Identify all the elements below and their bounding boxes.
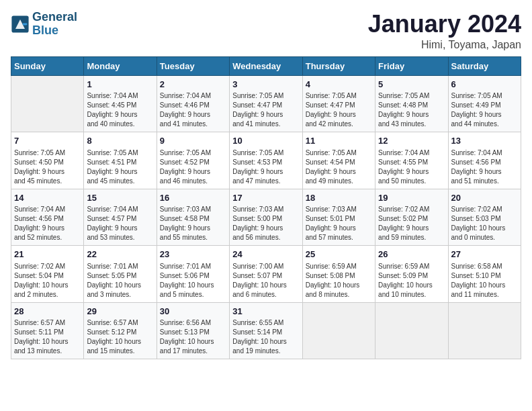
calendar-week-2: 14Sunrise: 7:04 AM Sunset: 4:56 PM Dayli… <box>11 189 521 246</box>
day-number: 22 <box>87 248 153 261</box>
calendar-header-row: SundayMondayTuesdayWednesdayThursdayFrid… <box>11 56 521 75</box>
day-number: 9 <box>160 135 226 147</box>
day-number: 17 <box>232 192 299 204</box>
day-number: 6 <box>451 79 518 91</box>
day-info: Sunrise: 7:04 AM Sunset: 4:56 PM Dayligh… <box>14 205 81 242</box>
day-number: 11 <box>306 135 372 147</box>
day-info: Sunrise: 7:05 AM Sunset: 4:47 PM Dayligh… <box>306 91 372 129</box>
day-number: 31 <box>232 306 299 318</box>
day-info: Sunrise: 7:05 AM Sunset: 4:50 PM Dayligh… <box>14 148 81 186</box>
day-info: Sunrise: 6:59 AM Sunset: 5:09 PM Dayligh… <box>378 262 445 300</box>
calendar-cell: 8Sunrise: 7:05 AM Sunset: 4:51 PM Daylig… <box>84 132 157 189</box>
calendar-week-1: 7Sunrise: 7:05 AM Sunset: 4:50 PM Daylig… <box>11 132 521 189</box>
calendar-cell <box>448 302 521 359</box>
calendar-cell: 21Sunrise: 7:02 AM Sunset: 5:04 PM Dayli… <box>11 246 84 303</box>
logo-text: General Blue <box>32 11 77 38</box>
day-number: 4 <box>306 79 372 91</box>
calendar-table: SundayMondayTuesdayWednesdayThursdayFrid… <box>11 56 521 360</box>
header-day-sunday: Sunday <box>11 56 84 75</box>
calendar-cell: 28Sunrise: 6:57 AM Sunset: 5:11 PM Dayli… <box>11 302 84 359</box>
day-info: Sunrise: 7:03 AM Sunset: 4:58 PM Dayligh… <box>160 205 226 242</box>
day-number: 30 <box>160 306 226 318</box>
header-day-monday: Monday <box>84 56 157 75</box>
calendar-cell: 22Sunrise: 7:01 AM Sunset: 5:05 PM Dayli… <box>84 246 157 303</box>
day-info: Sunrise: 6:57 AM Sunset: 5:11 PM Dayligh… <box>14 318 81 356</box>
day-info: Sunrise: 7:02 AM Sunset: 5:02 PM Dayligh… <box>378 205 445 242</box>
day-info: Sunrise: 7:04 AM Sunset: 4:57 PM Dayligh… <box>87 205 153 242</box>
day-number: 23 <box>160 248 226 261</box>
day-info: Sunrise: 7:01 AM Sunset: 5:06 PM Dayligh… <box>160 262 226 300</box>
day-info: Sunrise: 7:02 AM Sunset: 5:04 PM Dayligh… <box>14 262 81 300</box>
day-number: 28 <box>14 306 81 318</box>
day-number: 10 <box>232 135 299 147</box>
calendar-cell: 17Sunrise: 7:03 AM Sunset: 5:00 PM Dayli… <box>230 189 302 246</box>
day-info: Sunrise: 6:59 AM Sunset: 5:08 PM Dayligh… <box>306 262 372 300</box>
day-number: 7 <box>14 135 81 147</box>
calendar-cell: 10Sunrise: 7:05 AM Sunset: 4:53 PM Dayli… <box>230 132 302 189</box>
calendar-cell: 5Sunrise: 7:05 AM Sunset: 4:48 PM Daylig… <box>375 75 448 132</box>
calendar-cell <box>11 75 84 132</box>
calendar-cell: 25Sunrise: 6:59 AM Sunset: 5:08 PM Dayli… <box>302 246 375 303</box>
calendar-cell: 7Sunrise: 7:05 AM Sunset: 4:50 PM Daylig… <box>11 132 84 189</box>
calendar-cell: 27Sunrise: 6:58 AM Sunset: 5:10 PM Dayli… <box>448 246 521 303</box>
logo: General Blue <box>11 11 77 38</box>
day-number: 13 <box>451 135 518 147</box>
day-number: 12 <box>378 135 445 147</box>
calendar-cell <box>375 302 448 359</box>
calendar-cell: 20Sunrise: 7:02 AM Sunset: 5:03 PM Dayli… <box>448 189 521 246</box>
day-number: 18 <box>306 192 372 204</box>
day-number: 1 <box>87 79 153 91</box>
header-day-tuesday: Tuesday <box>157 56 229 75</box>
day-info: Sunrise: 7:05 AM Sunset: 4:54 PM Dayligh… <box>306 148 372 186</box>
day-info: Sunrise: 7:05 AM Sunset: 4:52 PM Dayligh… <box>160 148 226 186</box>
day-number: 21 <box>14 248 81 261</box>
header-day-wednesday: Wednesday <box>230 56 302 75</box>
calendar-cell <box>302 302 375 359</box>
svg-rect-2 <box>23 23 28 25</box>
day-number: 15 <box>87 192 153 204</box>
calendar-cell: 14Sunrise: 7:04 AM Sunset: 4:56 PM Dayli… <box>11 189 84 246</box>
day-info: Sunrise: 7:05 AM Sunset: 4:49 PM Dayligh… <box>451 91 518 129</box>
calendar-week-3: 21Sunrise: 7:02 AM Sunset: 5:04 PM Dayli… <box>11 246 521 303</box>
calendar-title: January 2024 <box>368 11 521 38</box>
calendar-cell: 6Sunrise: 7:05 AM Sunset: 4:49 PM Daylig… <box>448 75 521 132</box>
header-day-thursday: Thursday <box>302 56 375 75</box>
day-info: Sunrise: 7:05 AM Sunset: 4:53 PM Dayligh… <box>232 148 299 186</box>
day-info: Sunrise: 7:01 AM Sunset: 5:05 PM Dayligh… <box>87 262 153 300</box>
title-area: January 2024 Himi, Toyama, Japan <box>368 11 521 51</box>
day-number: 25 <box>306 248 372 261</box>
day-number: 20 <box>451 192 518 204</box>
day-number: 14 <box>14 192 81 204</box>
day-info: Sunrise: 7:05 AM Sunset: 4:48 PM Dayligh… <box>378 91 445 129</box>
day-number: 8 <box>87 135 153 147</box>
day-number: 3 <box>232 79 299 91</box>
calendar-cell: 16Sunrise: 7:03 AM Sunset: 4:58 PM Dayli… <box>157 189 229 246</box>
calendar-cell: 19Sunrise: 7:02 AM Sunset: 5:02 PM Dayli… <box>375 189 448 246</box>
day-number: 24 <box>232 248 299 261</box>
header-day-friday: Friday <box>375 56 448 75</box>
calendar-cell: 23Sunrise: 7:01 AM Sunset: 5:06 PM Dayli… <box>157 246 229 303</box>
calendar-cell: 13Sunrise: 7:04 AM Sunset: 4:56 PM Dayli… <box>448 132 521 189</box>
day-info: Sunrise: 7:05 AM Sunset: 4:47 PM Dayligh… <box>232 91 299 129</box>
calendar-week-0: 1Sunrise: 7:04 AM Sunset: 4:45 PM Daylig… <box>11 75 521 132</box>
logo-general: General <box>32 10 77 24</box>
header: General Blue January 2024 Himi, Toyama, … <box>11 11 521 51</box>
day-info: Sunrise: 7:04 AM Sunset: 4:56 PM Dayligh… <box>451 148 518 186</box>
calendar-cell: 11Sunrise: 7:05 AM Sunset: 4:54 PM Dayli… <box>302 132 375 189</box>
header-day-saturday: Saturday <box>448 56 521 75</box>
day-info: Sunrise: 6:57 AM Sunset: 5:12 PM Dayligh… <box>87 318 153 356</box>
calendar-cell: 2Sunrise: 7:04 AM Sunset: 4:46 PM Daylig… <box>157 75 229 132</box>
day-info: Sunrise: 7:03 AM Sunset: 5:01 PM Dayligh… <box>306 205 372 242</box>
calendar-cell: 18Sunrise: 7:03 AM Sunset: 5:01 PM Dayli… <box>302 189 375 246</box>
calendar-cell: 31Sunrise: 6:55 AM Sunset: 5:14 PM Dayli… <box>230 302 302 359</box>
day-info: Sunrise: 7:05 AM Sunset: 4:51 PM Dayligh… <box>87 148 153 186</box>
day-info: Sunrise: 6:58 AM Sunset: 5:10 PM Dayligh… <box>451 262 518 300</box>
day-number: 2 <box>160 79 226 91</box>
calendar-cell: 4Sunrise: 7:05 AM Sunset: 4:47 PM Daylig… <box>302 75 375 132</box>
day-info: Sunrise: 7:04 AM Sunset: 4:46 PM Dayligh… <box>160 91 226 129</box>
calendar-cell: 26Sunrise: 6:59 AM Sunset: 5:09 PM Dayli… <box>375 246 448 303</box>
day-info: Sunrise: 7:03 AM Sunset: 5:00 PM Dayligh… <box>232 205 299 242</box>
calendar-cell: 3Sunrise: 7:05 AM Sunset: 4:47 PM Daylig… <box>230 75 302 132</box>
day-number: 27 <box>451 248 518 261</box>
day-info: Sunrise: 7:02 AM Sunset: 5:03 PM Dayligh… <box>451 205 518 242</box>
